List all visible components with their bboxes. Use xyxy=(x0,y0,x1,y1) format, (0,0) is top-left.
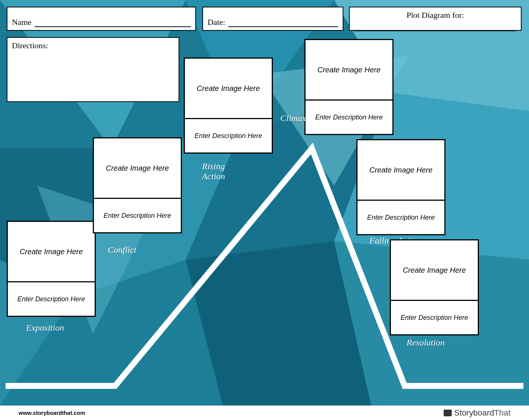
directions-box[interactable]: Directions: xyxy=(7,37,179,102)
directions-label: Directions: xyxy=(12,41,48,50)
conflict-card[interactable]: Create Image Here Enter Description Here xyxy=(93,137,182,233)
conflict-image-area[interactable]: Create Image Here xyxy=(94,138,181,198)
conflict-label: Conflict xyxy=(108,245,136,255)
climax-label: Climax xyxy=(280,113,306,123)
climax-card[interactable]: Create Image Here Enter Description Here xyxy=(304,39,394,135)
name-label: Name xyxy=(12,17,32,27)
exposition-image-area[interactable]: Create Image Here xyxy=(8,222,95,281)
rising-description[interactable]: Enter Description Here xyxy=(185,119,272,152)
date-field[interactable]: Date: xyxy=(202,7,343,31)
plot-for-label: Plot Diagram for: xyxy=(354,10,516,20)
speech-bubble-icon xyxy=(444,410,452,416)
resolution-description[interactable]: Enter Description Here xyxy=(391,301,478,334)
rising-image-area[interactable]: Create Image Here xyxy=(185,59,272,118)
plot-for-field[interactable]: Plot Diagram for: xyxy=(349,7,522,31)
worksheet: Name Date: Plot Diagram for: Directions:… xyxy=(0,0,529,406)
footer: www.storyboardthat.com StoryboardThat xyxy=(0,406,529,420)
exposition-card[interactable]: Create Image Here Enter Description Here xyxy=(7,221,96,317)
rising-action-label: Rising Action xyxy=(197,161,230,181)
conflict-description[interactable]: Enter Description Here xyxy=(94,199,181,232)
exposition-description[interactable]: Enter Description Here xyxy=(8,282,95,316)
resolution-card[interactable]: Create Image Here Enter Description Here xyxy=(390,239,479,335)
resolution-label: Resolution xyxy=(406,338,445,348)
climax-description[interactable]: Enter Description Here xyxy=(306,101,392,134)
falling-description[interactable]: Enter Description Here xyxy=(357,201,444,234)
falling-action-card[interactable]: Create Image Here Enter Description Here xyxy=(356,139,445,235)
exposition-label: Exposition xyxy=(26,323,64,333)
resolution-image-area[interactable]: Create Image Here xyxy=(391,240,478,300)
footer-brand: StoryboardThat xyxy=(444,408,510,418)
footer-url: www.storyboardthat.com xyxy=(19,410,85,416)
name-field[interactable]: Name xyxy=(7,7,196,31)
climax-image-area[interactable]: Create Image Here xyxy=(306,40,392,99)
rising-action-card[interactable]: Create Image Here Enter Description Here xyxy=(184,58,273,154)
falling-image-area[interactable]: Create Image Here xyxy=(357,140,444,200)
date-label: Date: xyxy=(208,17,225,27)
